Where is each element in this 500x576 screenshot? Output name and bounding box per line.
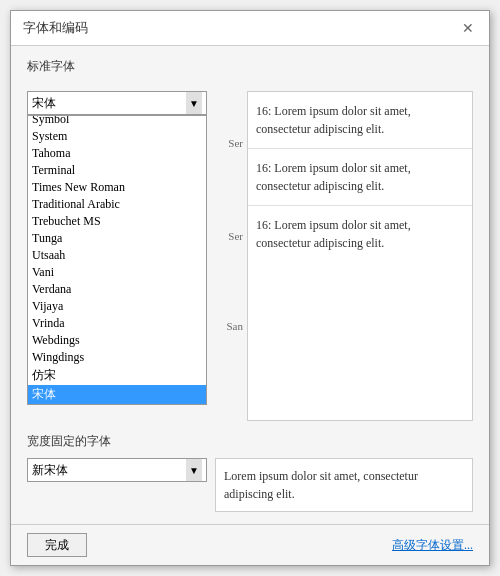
bottom-bar: 完成 高级字体设置... (11, 524, 489, 565)
preview-block-1: 16: Lorem ipsum dolor sit amet, consecte… (248, 92, 472, 149)
standard-font-section: 宋体 ▼ Simplified Arabic FixedSmall FontsS… (27, 91, 473, 421)
dialog: 字体和编码 ✕ 标准字体 宋体 ▼ Simplified Arabic Fixe… (10, 10, 490, 566)
fixed-font-select-box[interactable]: 新宋体 ▼ (27, 458, 207, 482)
list-item[interactable]: Tunga (28, 230, 206, 247)
done-label: 完成 (45, 537, 69, 554)
list-item[interactable]: Utsaah (28, 247, 206, 264)
list-item[interactable]: Vijaya (28, 298, 206, 315)
list-item[interactable]: Terminal (28, 162, 206, 179)
list-item[interactable]: System (28, 128, 206, 145)
side-label-san: San (215, 281, 243, 371)
list-item[interactable]: 仿宋 (28, 366, 206, 385)
list-item[interactable]: Symbol (28, 115, 206, 128)
done-button[interactable]: 完成 (27, 533, 87, 557)
preview-with-labels: Ser Ser San 16: Lorem ipsum dolor sit am… (215, 91, 473, 421)
selected-font-label: 宋体 (32, 95, 56, 112)
preview-text-3: 16: Lorem ipsum dolor sit amet, consecte… (256, 218, 411, 250)
list-item[interactable]: Verdana (28, 281, 206, 298)
standard-font-label: 标准字体 (27, 58, 473, 75)
list-item[interactable]: Wingdings (28, 349, 206, 366)
fixed-font-select-area: 新宋体 ▼ (27, 458, 207, 482)
preview-blocks: 16: Lorem ipsum dolor sit amet, consecte… (247, 91, 473, 421)
side-label-ser1: Ser (215, 95, 243, 191)
list-item[interactable]: Trebuchet MS (28, 213, 206, 230)
side-labels-col: Ser Ser San (215, 91, 243, 421)
list-item[interactable]: Times New Roman (28, 179, 206, 196)
font-select-box[interactable]: 宋体 ▼ (27, 91, 207, 115)
list-item[interactable]: Webdings (28, 332, 206, 349)
font-list-area: 宋体 ▼ Simplified Arabic FixedSmall FontsS… (27, 91, 207, 421)
font-dropdown-list[interactable]: Simplified Arabic FixedSmall FontsSylfae… (27, 115, 207, 405)
fixed-font-preview: Lorem ipsum dolor sit amet, consectetur … (215, 458, 473, 512)
close-button[interactable]: ✕ (459, 19, 477, 37)
content-area: 标准字体 宋体 ▼ Simplified Arabic FixedSmall F… (11, 46, 489, 524)
list-item[interactable]: Traditional Arabic (28, 196, 206, 213)
advanced-link[interactable]: 高级字体设置... (392, 537, 473, 554)
list-item[interactable]: 宋体 (28, 385, 206, 404)
list-item[interactable]: Vrinda (28, 315, 206, 332)
fixed-font-label: 宽度固定的字体 (27, 433, 473, 450)
side-label-ser2: Ser (215, 191, 243, 281)
preview-block-2: 16: Lorem ipsum dolor sit amet, consecte… (248, 149, 472, 206)
preview-area: Ser Ser San 16: Lorem ipsum dolor sit am… (215, 91, 473, 421)
list-item[interactable]: Tahoma (28, 145, 206, 162)
fixed-dropdown-arrow[interactable]: ▼ (186, 459, 202, 481)
preview-block-3: 16: Lorem ipsum dolor sit amet, consecte… (248, 206, 472, 262)
fixed-font-row: 新宋体 ▼ Lorem ipsum dolor sit amet, consec… (27, 458, 473, 512)
preview-text-2: 16: Lorem ipsum dolor sit amet, consecte… (256, 161, 411, 193)
fixed-font-section: 宽度固定的字体 新宋体 ▼ Lorem ipsum dolor sit amet… (27, 433, 473, 512)
close-icon: ✕ (462, 20, 474, 37)
list-item[interactable]: Vani (28, 264, 206, 281)
preview-text-1: 16: Lorem ipsum dolor sit amet, consecte… (256, 104, 411, 136)
dropdown-arrow[interactable]: ▼ (186, 92, 202, 114)
fixed-preview-text: Lorem ipsum dolor sit amet, consectetur … (224, 469, 418, 501)
dialog-title: 字体和编码 (23, 19, 88, 37)
fixed-font-selected: 新宋体 (32, 462, 68, 479)
title-bar: 字体和编码 ✕ (11, 11, 489, 46)
